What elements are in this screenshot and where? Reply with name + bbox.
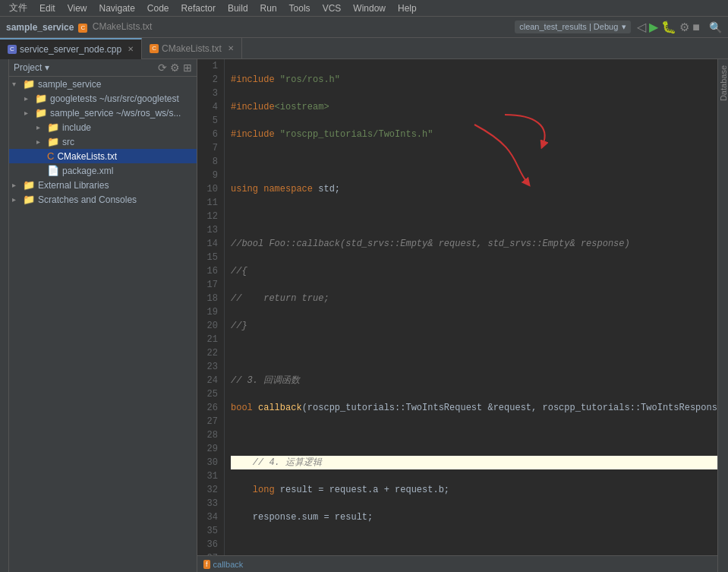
label-src: src: [62, 137, 74, 147]
code-line-1: #include "ros/ros.h": [231, 73, 717, 87]
cpp-file-icon: C: [8, 45, 17, 54]
tab-bar: C service_server_node.cpp ✕ C CMakeLists…: [0, 38, 728, 59]
menu-edit[interactable]: Edit: [33, 2, 61, 15]
tab-cmake-label: CMakeLists.txt: [162, 43, 222, 54]
menu-bar: 文件 Edit View Navigate Code Refactor Buil…: [0, 0, 728, 17]
project-toolbar: Project ▾ ⟳ ⚙ ⊞: [9, 59, 197, 77]
cmake-icon-sidebar: C: [47, 150, 54, 162]
code-line-18: [231, 538, 717, 551]
label-external-libs: External Libraries: [38, 180, 109, 191]
config-label: clean_test_results | Debug ▾: [515, 21, 631, 33]
label-include: include: [62, 122, 91, 133]
arrow-include: ▸: [36, 123, 47, 131]
sidebar-tree: ▾ 📁 sample_service ▸ 📁 googletests ~/usr…: [9, 77, 197, 572]
function-indicator: f callback: [203, 560, 243, 569]
main-area: Project ▾ ⟳ ⚙ ⊞ ▾ 📁 sample_service ▸ 📁 g…: [0, 59, 728, 572]
search-everywhere-icon[interactable]: 🔍: [709, 21, 722, 33]
code-line-4: [231, 155, 717, 169]
cmake-file-icon-tab: C: [150, 44, 159, 53]
run-icon[interactable]: ▶: [649, 20, 658, 34]
menu-vcs[interactable]: VCS: [317, 2, 348, 15]
tree-item-src[interactable]: ▸ 📁 src: [9, 134, 197, 149]
code-line-16: long result = request.a + request.b;: [231, 483, 717, 497]
menu-help[interactable]: Help: [392, 2, 423, 15]
menu-navigate[interactable]: Navigate: [93, 2, 140, 15]
build-icon[interactable]: ⚙: [679, 21, 689, 34]
cmake-file-label: C CMakeLists.txt: [78, 21, 152, 33]
bottom-bar: f callback: [197, 555, 717, 572]
folder-icon-src: 📁: [47, 136, 59, 147]
tree-item-root[interactable]: ▾ 📁 sample_service: [9, 77, 197, 91]
run-controls: clean_test_results | Debug ▾ ◁ ▶ 🐛 ⚙ ■ 🔍: [515, 20, 722, 34]
tab-cpp-close[interactable]: ✕: [128, 45, 134, 53]
tree-item-cmakelists[interactable]: ▸ C CMakeLists.txt: [9, 149, 197, 163]
stop-icon[interactable]: ■: [692, 21, 700, 34]
dropdown-arrow: ▾: [622, 22, 626, 31]
arrow-scratches: ▸: [12, 195, 23, 204]
code-line-5: using namespace std;: [231, 182, 717, 196]
label-googletests: googletests ~/usr/src/googletest: [50, 93, 179, 104]
tab-cmake-close[interactable]: ✕: [228, 44, 234, 52]
sync-icon[interactable]: ⟳: [158, 62, 167, 74]
arrow-src: ▸: [36, 137, 47, 146]
menu-refactor[interactable]: Refactor: [175, 2, 222, 15]
code-container[interactable]: 12345 678910 1112131415 1617181920 21222…: [197, 59, 717, 555]
project-name: sample_service: [6, 22, 74, 33]
expand-icon[interactable]: ⊞: [183, 62, 192, 74]
xml-icon-sidebar: 📄: [47, 165, 59, 176]
code-line-8: //{: [231, 264, 717, 278]
code-line-10: //}: [231, 319, 717, 333]
right-panel-strip: Database: [717, 59, 728, 572]
database-panel-label[interactable]: Database: [719, 59, 728, 107]
code-line-6: [231, 210, 717, 223]
build-mode: Debug: [594, 22, 618, 31]
tree-item-googletests[interactable]: ▸ 📁 googletests ~/usr/src/googletest: [9, 91, 197, 106]
config-name: clean_test_results: [519, 22, 587, 31]
arrow-googletests: ▸: [24, 94, 35, 103]
label-package-xml: package.xml: [62, 166, 113, 176]
menu-code[interactable]: Code: [141, 2, 175, 15]
label-scratches: Scratches and Consoles: [38, 194, 137, 205]
tab-cpp[interactable]: C service_server_node.cpp ✕: [0, 38, 142, 59]
back-icon[interactable]: ◁: [637, 20, 646, 34]
gear-icon[interactable]: ⚙: [170, 62, 180, 74]
tree-item-scratches[interactable]: ▸ 📁 Scratches and Consoles: [9, 192, 197, 207]
folder-icon-scratches: 📁: [23, 194, 35, 205]
code-line-3: #include "roscpp_tutorials/TwoInts.h": [231, 128, 717, 141]
code-line-15: // 4. 运算逻辑: [231, 456, 717, 469]
menu-file[interactable]: 文件: [3, 0, 33, 16]
folder-icon-sample-service: 📁: [35, 107, 47, 119]
code-line-9: // return true;: [231, 292, 717, 305]
folder-icon-include: 📁: [47, 122, 59, 133]
arrow-sample-service: ▸: [24, 109, 35, 117]
code-line-14: [231, 428, 717, 442]
tree-item-include[interactable]: ▸ 📁 include: [9, 120, 197, 134]
code-editor[interactable]: #include "ros/ros.h" #include<iostream> …: [225, 59, 717, 555]
line-numbers: 12345 678910 1112131415 1617181920 21222…: [197, 59, 225, 555]
menu-tools[interactable]: Tools: [283, 2, 317, 15]
menu-window[interactable]: Window: [347, 2, 392, 15]
code-line-12: // 3. 回调函数: [231, 374, 717, 387]
menu-view[interactable]: View: [61, 2, 93, 15]
tree-item-external-libs[interactable]: ▸ 📁 External Libraries: [9, 178, 197, 192]
sidebar-title: Project ▾: [14, 62, 155, 73]
label-cmakelists: CMakeLists.txt: [57, 151, 117, 162]
tree-item-package-xml[interactable]: ▸ 📄 package.xml: [9, 163, 197, 178]
function-name: callback: [213, 560, 244, 569]
menu-run[interactable]: Run: [254, 2, 283, 15]
cmake-icon-title: C: [78, 24, 87, 33]
menu-build[interactable]: Build: [222, 2, 254, 15]
code-line-17: response.sum = result;: [231, 510, 717, 524]
code-line-2: #include<iostream>: [231, 100, 717, 114]
tab-cmake[interactable]: C CMakeLists.txt ✕: [142, 38, 242, 59]
tree-item-sample-service-folder[interactable]: ▸ 📁 sample_service ~/ws/ros_ws/s...: [9, 106, 197, 120]
sidebar: Project ▾ ⟳ ⚙ ⊞ ▾ 📁 sample_service ▸ 📁 g…: [9, 59, 197, 572]
cmake-filename-title: CMakeLists.txt: [93, 21, 153, 32]
title-bar: sample_service C CMakeLists.txt clean_te…: [0, 17, 728, 38]
function-icon: f: [203, 560, 210, 569]
code-line-11: [231, 346, 717, 360]
folder-icon-external: 📁: [23, 179, 35, 191]
arrow-root: ▾: [12, 80, 23, 88]
code-line-13: bool callback(roscpp_tutorials::TwoIntsR…: [231, 401, 717, 415]
bug-icon[interactable]: 🐛: [661, 20, 676, 34]
